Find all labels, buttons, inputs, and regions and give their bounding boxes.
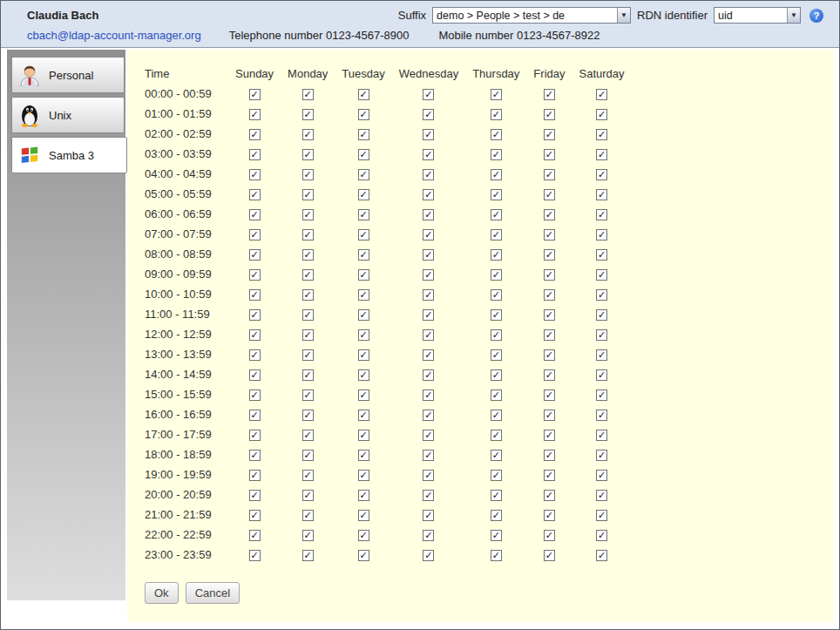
logon-hour-checkbox[interactable] xyxy=(249,209,261,220)
logon-hour-checkbox[interactable] xyxy=(358,369,369,381)
logon-hour-checkbox[interactable] xyxy=(423,329,434,341)
logon-hour-checkbox[interactable] xyxy=(491,349,502,361)
logon-hour-checkbox[interactable] xyxy=(358,309,369,321)
logon-hour-checkbox[interactable] xyxy=(302,309,314,321)
logon-hour-checkbox[interactable] xyxy=(358,329,369,341)
logon-hour-checkbox[interactable] xyxy=(491,249,502,261)
logon-hour-checkbox[interactable] xyxy=(544,329,555,341)
logon-hour-checkbox[interactable] xyxy=(544,109,555,120)
logon-hour-checkbox[interactable] xyxy=(249,289,261,301)
logon-hour-checkbox[interactable] xyxy=(491,129,502,140)
logon-hour-checkbox[interactable] xyxy=(423,289,434,301)
logon-hour-checkbox[interactable] xyxy=(302,169,314,180)
logon-hour-checkbox[interactable] xyxy=(596,169,607,180)
logon-hour-checkbox[interactable] xyxy=(302,129,314,140)
logon-hour-checkbox[interactable] xyxy=(249,249,261,261)
logon-hour-checkbox[interactable] xyxy=(491,209,502,220)
logon-hour-checkbox[interactable] xyxy=(358,129,369,140)
logon-hour-checkbox[interactable] xyxy=(544,510,555,521)
logon-hour-checkbox[interactable] xyxy=(544,129,555,140)
logon-hour-checkbox[interactable] xyxy=(596,309,607,321)
logon-hour-checkbox[interactable] xyxy=(491,470,502,481)
logon-hour-checkbox[interactable] xyxy=(358,530,369,541)
logon-hour-checkbox[interactable] xyxy=(249,309,261,321)
logon-hour-checkbox[interactable] xyxy=(358,209,369,220)
logon-hour-checkbox[interactable] xyxy=(423,149,434,160)
cancel-button[interactable]: Cancel xyxy=(186,582,240,604)
logon-hour-checkbox[interactable] xyxy=(249,149,261,160)
logon-hour-checkbox[interactable] xyxy=(423,450,434,461)
logon-hour-checkbox[interactable] xyxy=(358,169,369,180)
logon-hour-checkbox[interactable] xyxy=(423,369,434,381)
logon-hour-checkbox[interactable] xyxy=(302,249,314,261)
rdn-identifier-select[interactable]: uid ▼ xyxy=(714,7,801,24)
logon-hour-checkbox[interactable] xyxy=(423,109,434,120)
logon-hour-checkbox[interactable] xyxy=(596,129,607,140)
logon-hour-checkbox[interactable] xyxy=(596,149,607,160)
logon-hour-checkbox[interactable] xyxy=(249,390,261,401)
logon-hour-checkbox[interactable] xyxy=(596,470,607,481)
logon-hour-checkbox[interactable] xyxy=(423,510,434,521)
logon-hour-checkbox[interactable] xyxy=(423,169,434,180)
logon-hour-checkbox[interactable] xyxy=(544,309,555,321)
logon-hour-checkbox[interactable] xyxy=(491,89,502,100)
logon-hour-checkbox[interactable] xyxy=(596,209,607,220)
logon-hour-checkbox[interactable] xyxy=(249,349,261,361)
logon-hour-checkbox[interactable] xyxy=(249,129,261,140)
logon-hour-checkbox[interactable] xyxy=(423,309,434,321)
logon-hour-checkbox[interactable] xyxy=(491,369,502,381)
logon-hour-checkbox[interactable] xyxy=(596,109,607,120)
logon-hour-checkbox[interactable] xyxy=(358,149,369,160)
logon-hour-checkbox[interactable] xyxy=(249,89,261,100)
logon-hour-checkbox[interactable] xyxy=(423,490,434,501)
logon-hour-checkbox[interactable] xyxy=(423,390,434,401)
logon-hour-checkbox[interactable] xyxy=(302,269,314,281)
logon-hour-checkbox[interactable] xyxy=(302,329,314,341)
logon-hour-checkbox[interactable] xyxy=(596,369,607,381)
logon-hour-checkbox[interactable] xyxy=(544,390,555,401)
logon-hour-checkbox[interactable] xyxy=(544,269,555,281)
logon-hour-checkbox[interactable] xyxy=(423,410,434,421)
logon-hour-checkbox[interactable] xyxy=(249,430,261,441)
logon-hour-checkbox[interactable] xyxy=(302,450,314,461)
logon-hour-checkbox[interactable] xyxy=(544,89,555,100)
logon-hour-checkbox[interactable] xyxy=(423,349,434,361)
logon-hour-checkbox[interactable] xyxy=(491,510,502,521)
logon-hour-checkbox[interactable] xyxy=(544,229,555,240)
logon-hour-checkbox[interactable] xyxy=(302,530,314,541)
logon-hour-checkbox[interactable] xyxy=(249,189,261,200)
logon-hour-checkbox[interactable] xyxy=(491,410,502,421)
logon-hour-checkbox[interactable] xyxy=(302,289,314,301)
logon-hour-checkbox[interactable] xyxy=(491,430,502,441)
logon-hour-checkbox[interactable] xyxy=(423,550,434,561)
logon-hour-checkbox[interactable] xyxy=(491,309,502,321)
tab-unix[interactable]: Unix xyxy=(11,97,125,133)
logon-hour-checkbox[interactable] xyxy=(358,390,369,401)
logon-hour-checkbox[interactable] xyxy=(302,510,314,521)
ok-button[interactable]: Ok xyxy=(145,582,179,604)
logon-hour-checkbox[interactable] xyxy=(544,550,555,561)
logon-hour-checkbox[interactable] xyxy=(302,189,314,200)
logon-hour-checkbox[interactable] xyxy=(358,490,369,501)
logon-hour-checkbox[interactable] xyxy=(302,470,314,481)
help-icon[interactable]: ? xyxy=(810,9,823,23)
logon-hour-checkbox[interactable] xyxy=(302,349,314,361)
logon-hour-checkbox[interactable] xyxy=(358,349,369,361)
logon-hour-checkbox[interactable] xyxy=(358,430,369,441)
logon-hour-checkbox[interactable] xyxy=(302,109,314,120)
logon-hour-checkbox[interactable] xyxy=(302,149,314,160)
logon-hour-checkbox[interactable] xyxy=(249,169,261,180)
logon-hour-checkbox[interactable] xyxy=(249,269,261,281)
logon-hour-checkbox[interactable] xyxy=(249,229,261,240)
logon-hour-checkbox[interactable] xyxy=(302,390,314,401)
suffix-select[interactable]: demo > People > test > de ▼ xyxy=(432,7,631,24)
logon-hour-checkbox[interactable] xyxy=(491,530,502,541)
logon-hour-checkbox[interactable] xyxy=(358,249,369,261)
logon-hour-checkbox[interactable] xyxy=(358,189,369,200)
logon-hour-checkbox[interactable] xyxy=(596,430,607,441)
logon-hour-checkbox[interactable] xyxy=(491,269,502,281)
logon-hour-checkbox[interactable] xyxy=(423,229,434,240)
logon-hour-checkbox[interactable] xyxy=(596,410,607,421)
logon-hour-checkbox[interactable] xyxy=(249,510,261,521)
logon-hour-checkbox[interactable] xyxy=(544,450,555,461)
